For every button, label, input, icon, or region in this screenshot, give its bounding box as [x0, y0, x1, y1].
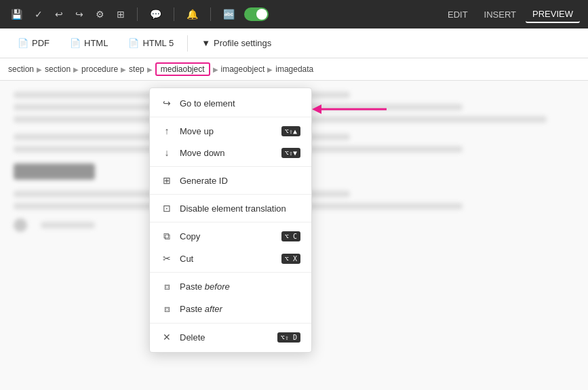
menu-paste-before-label: Paste before: [180, 281, 230, 292]
spell-toggle[interactable]: [244, 7, 269, 21]
menu-sep-3: [150, 194, 311, 195]
menu-paste-before-left: ⧈ Paste before: [161, 281, 230, 292]
cut-icon: ✂: [161, 253, 173, 264]
copy-icon: ⧉: [161, 231, 173, 242]
menu-sep-5: [150, 272, 311, 273]
menu-copy[interactable]: ⧉ Copy ⌥ C: [150, 225, 311, 248]
menu-goto-left: ↪ Go to element: [161, 98, 235, 109]
pdf-icon: 📄: [18, 38, 28, 48]
html5-icon: 📄: [128, 38, 139, 48]
filter-icon: ▼: [201, 38, 210, 48]
breadcrumb-sep-4: ▶: [147, 66, 153, 73]
profile-settings-button[interactable]: ▼ Profile settings: [192, 34, 281, 52]
view-icon[interactable]: ⊞: [114, 6, 128, 22]
menu-generate-id-label: Generate ID: [180, 176, 228, 186]
paste-after-icon: ⧈: [161, 303, 173, 315]
menu-paste-after[interactable]: ⧈ Paste after: [150, 298, 311, 320]
breadcrumb-mediaobject[interactable]: mediaobject: [155, 62, 210, 76]
breadcrumb-section1[interactable]: section: [8, 64, 34, 74]
pdf-label: PDF: [32, 38, 50, 48]
main-content: ↪ Go to element ↑ Move up ⌥⇧▲ ↓ Move dow…: [0, 81, 588, 390]
settings-icon[interactable]: ⚙: [93, 6, 107, 22]
generate-id-icon: ⊞: [161, 175, 173, 186]
menu-paste-after-left: ⧈ Paste after: [161, 303, 222, 315]
redo-icon[interactable]: ↪: [73, 6, 86, 22]
goto-icon: ↪: [161, 98, 173, 109]
save-icon[interactable]: 💾: [8, 6, 25, 22]
move-up-shortcut: ⌥⇧▲: [281, 126, 300, 136]
menu-generate-id[interactable]: ⊞ Generate ID: [150, 170, 311, 191]
check-icon[interactable]: ✓: [32, 6, 45, 22]
html5-button[interactable]: 📄 HTML 5: [119, 34, 183, 52]
undo-icon[interactable]: ↩: [52, 6, 66, 22]
breadcrumb-sep-1: ▶: [37, 66, 42, 73]
toolbar-right: EDIT INSERT PREVIEW: [441, 6, 580, 23]
menu-move-down-label: Move down: [180, 148, 224, 158]
breadcrumb-section2[interactable]: section: [45, 64, 71, 74]
breadcrumb-step[interactable]: step: [129, 64, 144, 74]
menu-move-up[interactable]: ↑ Move up ⌥⇧▲: [150, 120, 311, 142]
menu-disable-translation[interactable]: ⊡ Disable element translation: [150, 197, 311, 219]
menu-sep-2: [150, 166, 311, 167]
profile-label: Profile settings: [214, 38, 271, 48]
pdf-button[interactable]: 📄 PDF: [8, 34, 59, 52]
menu-copy-label: Copy: [180, 231, 200, 241]
breadcrumb-sep-5: ▶: [213, 66, 218, 73]
menu-delete-label: Delete: [180, 332, 205, 343]
menu-cut[interactable]: ✂ Cut ⌥ X: [150, 248, 311, 269]
move-down-icon: ↓: [161, 147, 173, 158]
menu-cut-label: Cut: [180, 254, 193, 264]
menu-move-down[interactable]: ↓ Move down ⌥⇧▼: [150, 142, 311, 163]
menu-move-down-left: ↓ Move down: [161, 147, 224, 158]
menu-move-up-left: ↑ Move up: [161, 125, 214, 136]
menu-move-up-label: Move up: [180, 126, 214, 136]
delete-shortcut: ⌥⇧ D: [277, 332, 300, 343]
menu-paste-before[interactable]: ⧈ Paste before: [150, 275, 311, 298]
disable-translation-icon: ⊡: [161, 203, 173, 214]
menu-goto[interactable]: ↪ Go to element: [150, 92, 311, 114]
comment-icon[interactable]: 💬: [147, 6, 164, 22]
breadcrumb-procedure[interactable]: procedure: [81, 64, 118, 74]
preview-button[interactable]: PREVIEW: [526, 6, 580, 23]
svg-marker-1: [312, 104, 321, 114]
move-up-icon: ↑: [161, 125, 173, 136]
breadcrumb: section ▶ section ▶ procedure ▶ step ▶ m…: [0, 58, 588, 81]
html-icon: 📄: [70, 38, 81, 48]
toolbar-separator-1: [137, 7, 138, 21]
secondary-separator: [187, 35, 188, 52]
menu-generate-id-left: ⊞ Generate ID: [161, 175, 228, 186]
secondary-toolbar: 📄 PDF 📄 HTML 📄 HTML 5 ▼ Profile settings: [0, 28, 588, 58]
toolbar-separator-2: [174, 7, 174, 21]
main-toolbar: 💾 ✓ ↩ ↪ ⚙ ⊞ 💬 🔔 🔤 EDIT INSERT PREVIEW: [0, 0, 588, 28]
menu-paste-after-label: Paste after: [180, 304, 222, 314]
breadcrumb-sep-2: ▶: [73, 66, 79, 73]
menu-cut-left: ✂ Cut: [161, 253, 193, 264]
insert-button[interactable]: INSERT: [477, 7, 523, 22]
menu-delete[interactable]: ✕ Delete ⌥⇧ D: [150, 326, 311, 348]
move-down-shortcut: ⌥⇧▼: [281, 148, 300, 158]
arrow-annotation: [312, 96, 393, 125]
menu-copy-left: ⧉ Copy: [161, 231, 200, 242]
copy-shortcut: ⌥ C: [281, 231, 300, 241]
html-label: HTML: [84, 38, 108, 48]
menu-sep-1: [150, 117, 311, 117]
delete-icon: ✕: [161, 332, 173, 343]
arrow-svg: [312, 96, 393, 123]
breadcrumb-sep-3: ▶: [121, 66, 126, 73]
bell-icon[interactable]: 🔔: [184, 6, 201, 22]
menu-delete-left: ✕ Delete: [161, 332, 205, 343]
menu-goto-label: Go to element: [180, 98, 235, 109]
html-button[interactable]: 📄 HTML: [60, 34, 117, 52]
breadcrumb-imagedata[interactable]: imagedata: [275, 64, 313, 74]
blur-dark-1: [14, 163, 95, 180]
breadcrumb-sep-6: ▶: [267, 66, 273, 73]
edit-button[interactable]: EDIT: [441, 7, 475, 22]
spellcheck-icon[interactable]: 🔤: [220, 6, 237, 22]
menu-sep-6: [150, 323, 311, 324]
paste-before-icon: ⧈: [161, 281, 173, 292]
toolbar-separator-3: [210, 7, 211, 21]
html5-label: HTML 5: [142, 38, 174, 48]
menu-sep-4: [150, 222, 311, 222]
breadcrumb-imageobject[interactable]: imageobject: [221, 64, 265, 74]
menu-disable-translation-label: Disable element translation: [180, 203, 286, 214]
